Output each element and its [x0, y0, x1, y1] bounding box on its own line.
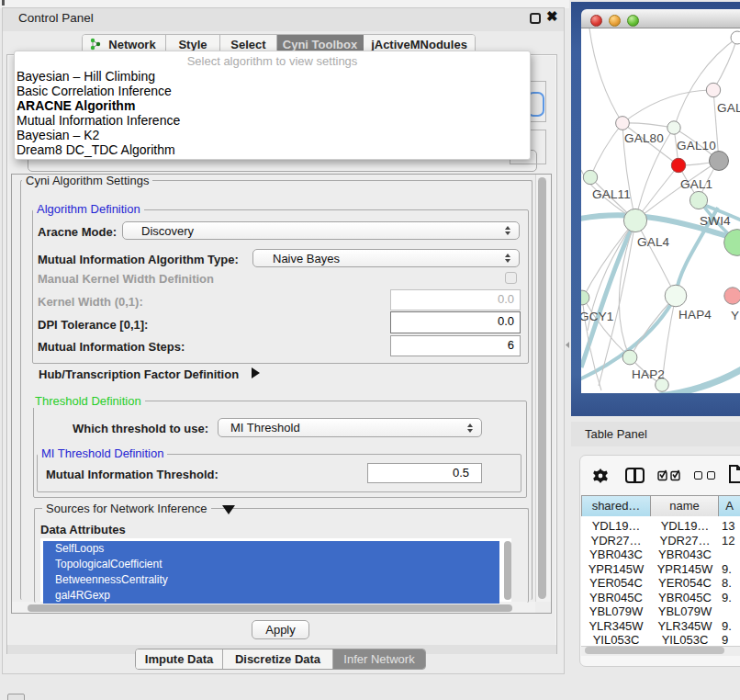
svg-text:GAL2: GAL2 [717, 101, 740, 115]
svg-text:Y: Y [731, 309, 739, 322]
svg-text:GAL80: GAL80 [624, 131, 664, 145]
svg-text:GAL11: GAL11 [592, 187, 631, 201]
svg-text:GAL10: GAL10 [677, 139, 716, 152]
svg-text:HAP4: HAP4 [678, 308, 712, 322]
svg-text:SWI4: SWI4 [700, 214, 731, 228]
svg-text:HAP2: HAP2 [632, 367, 665, 381]
svg-text:GAL4: GAL4 [637, 235, 670, 249]
svg-text:GAL1: GAL1 [680, 177, 712, 191]
svg-text:GCY1: GCY1 [581, 310, 614, 323]
